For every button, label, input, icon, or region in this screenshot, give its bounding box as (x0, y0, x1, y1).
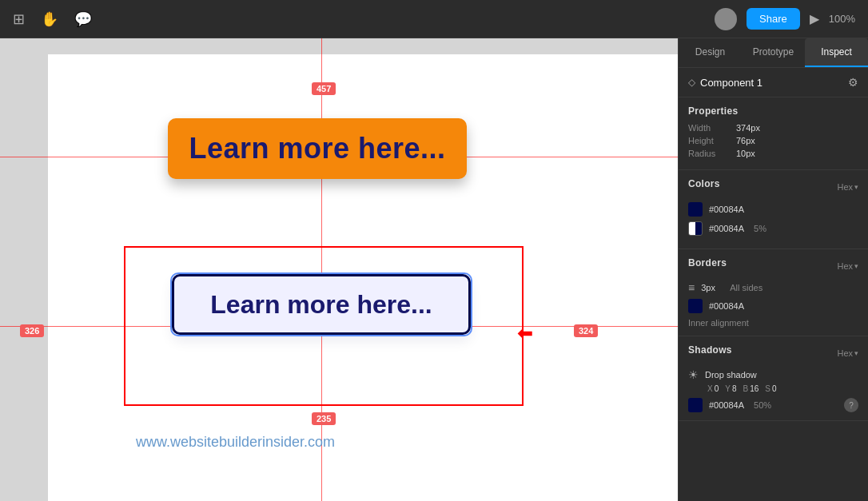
play-button[interactable]: ▶ (810, 11, 819, 26)
color-opacity-2: 5% (754, 224, 766, 233)
dist-left-label: 326 (20, 324, 44, 337)
colors-title: Colors (688, 178, 720, 189)
tab-prototype[interactable]: Prototype (742, 38, 805, 67)
height-row: Height 76px (688, 136, 858, 145)
x-key: X (707, 384, 713, 393)
b-val: 16 (750, 384, 759, 393)
right-panel: Design Prototype Inspect ◇ Component 1 ⚙… (678, 38, 868, 501)
color-swatch-2[interactable] (688, 221, 703, 236)
orange-button[interactable]: Learn more here... (168, 118, 467, 179)
colors-hex-dropdown[interactable]: Hex ▾ (837, 182, 858, 192)
border-row: ≡ 3px All sides (688, 281, 858, 294)
color-swatch-1[interactable] (688, 202, 703, 217)
borders-section: Borders Hex ▾ ≡ 3px All sides #00084A In… (679, 249, 868, 336)
website-label: www.websitebuilderinsider.com (136, 434, 335, 451)
width-label: Width (688, 123, 736, 133)
borders-header: Borders Hex ▾ (688, 257, 858, 275)
shadow-type-label: Drop shadow (705, 370, 757, 380)
radius-value: 10px (736, 149, 755, 158)
orange-button-text: Learn more here... (189, 132, 445, 165)
component-title-row: ◇ Component 1 (688, 77, 762, 89)
border-color-row: #00084A (688, 299, 858, 313)
borders-hex-label: Hex (837, 261, 853, 271)
y-val: 8 (732, 384, 737, 393)
help-icon[interactable]: ? (844, 398, 858, 412)
borders-title: Borders (688, 257, 727, 268)
component-header: ◇ Component 1 ⚙ (679, 68, 868, 97)
dist-bottom-label: 235 (312, 412, 336, 425)
shadow-x: X 0 (707, 384, 719, 393)
y-key: Y (725, 384, 731, 393)
diamond-icon: ◇ (688, 77, 695, 88)
color-hex-1: #00084A (709, 205, 744, 214)
width-value: 374px (736, 123, 760, 133)
border-sides: All sides (730, 283, 858, 292)
shadow-b: B 16 (743, 384, 759, 393)
shadow-color-row: #00084A 50% ? (688, 398, 858, 412)
main-area: 457 326 324 235 Learn more here... Learn… (0, 38, 868, 501)
shadow-y: Y 8 (725, 384, 736, 393)
colors-header: Colors Hex ▾ (688, 178, 858, 196)
borders-chevron-icon: ▾ (854, 262, 858, 270)
zoom-label[interactable]: 100% (829, 13, 855, 25)
height-label: Height (688, 136, 736, 145)
shadows-chevron-icon: ▾ (854, 349, 858, 357)
chevron-down-icon: ▾ (854, 183, 858, 191)
properties-section: Properties Width 374px Height 76px Radiu… (679, 97, 868, 170)
shadows-title: Shadows (688, 344, 732, 356)
share-button[interactable]: Share (747, 8, 800, 30)
topbar-left: ⊞ ✋ 💬 (13, 10, 92, 28)
radius-label: Radius (688, 149, 736, 158)
shadows-hex-dropdown[interactable]: Hex ▾ (837, 348, 858, 358)
height-value: 76px (736, 136, 755, 145)
b-key: B (743, 384, 748, 393)
properties-title: Properties (688, 105, 858, 117)
border-color-hex: #00084A (709, 301, 744, 311)
color-hex-2: #00084A (709, 224, 744, 233)
borders-hex-dropdown[interactable]: Hex ▾ (837, 261, 858, 271)
panel-content: ◇ Component 1 ⚙ Properties Width 374px H… (679, 68, 868, 501)
shadow-color-opacity: 50% (754, 400, 771, 410)
hex-label: Hex (837, 182, 853, 192)
x-val: 0 (715, 384, 719, 393)
component-name: Component 1 (700, 77, 762, 89)
panel-tabs: Design Prototype Inspect (679, 38, 868, 68)
arrow-indicator: ⬅ (517, 322, 533, 344)
white-button-text: Learn more here... (210, 290, 432, 320)
s-key: S (765, 384, 770, 393)
white-button[interactable]: Learn more here... (172, 274, 471, 335)
topbar: ⊞ ✋ 💬 Share ▶ 100% (0, 0, 868, 38)
color-row-2: #00084A 5% (688, 221, 858, 236)
grid-icon[interactable]: ⊞ (13, 10, 25, 28)
tab-inspect[interactable]: Inspect (805, 38, 868, 67)
colors-section: Colors Hex ▾ #00084A #00084A 5% (679, 170, 868, 249)
shadows-header: Shadows Hex ▾ (688, 344, 858, 362)
shadow-sun-icon: ☀ (688, 368, 699, 381)
border-size: 3px (701, 283, 723, 292)
shadows-hex-label: Hex (837, 348, 853, 358)
inner-alignment: Inner alignment (688, 318, 858, 328)
settings-icon[interactable]: ⚙ (848, 76, 858, 89)
radius-row: Radius 10px (688, 149, 858, 158)
hand-icon[interactable]: ✋ (41, 10, 58, 28)
shadow-coords: X 0 Y 8 B 16 S 0 (688, 384, 858, 393)
border-color-swatch[interactable] (688, 299, 703, 313)
shadow-color-swatch[interactable] (688, 398, 703, 412)
width-row: Width 374px (688, 123, 858, 133)
tab-design[interactable]: Design (679, 38, 742, 67)
dist-top-label: 457 (312, 82, 336, 95)
canvas[interactable]: 457 326 324 235 Learn more here... Learn… (0, 38, 678, 501)
shadows-section: Shadows Hex ▾ ☀ Drop shadow X 0 (679, 336, 868, 421)
s-val: 0 (772, 384, 777, 393)
avatar (715, 8, 737, 30)
dist-right-label: 324 (574, 324, 598, 337)
shadow-type-row: ☀ Drop shadow (688, 368, 858, 381)
comment-icon[interactable]: 💬 (74, 10, 92, 28)
shadow-color-hex: #00084A (709, 400, 744, 410)
topbar-center: Share ▶ 100% (715, 8, 855, 30)
border-lines-icon: ≡ (688, 281, 695, 294)
shadow-s: S 0 (765, 384, 776, 393)
color-row-1: #00084A (688, 202, 858, 217)
